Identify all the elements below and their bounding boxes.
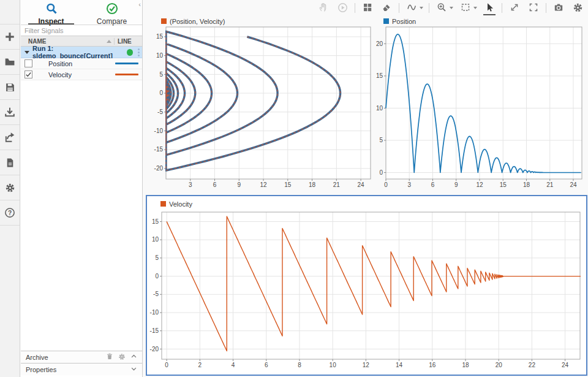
phase-plot-panel[interactable]: (Position, Velocity) 3691215182124-20-15… [148, 17, 378, 193]
sort-ascending-icon [107, 40, 111, 43]
gear-icon [573, 2, 583, 14]
signal-line-swatch [115, 74, 138, 75]
velocity-plot-legend: Velocity [147, 196, 586, 208]
svg-text:10: 10 [376, 105, 383, 112]
archive-label: Archive [26, 354, 48, 361]
toolbar-separator [429, 3, 429, 13]
grid-icon [363, 2, 372, 13]
svg-text:18: 18 [523, 181, 530, 188]
svg-text:15: 15 [500, 181, 507, 188]
signal-options-button[interactable] [405, 2, 418, 14]
zoom-icon [437, 2, 447, 13]
velocity-plot-canvas[interactable]: 024681012141618202224-20-15-10-5051015 [147, 208, 585, 373]
legend-label: (Position, Velocity) [170, 18, 225, 25]
subplot-layout-button[interactable] [361, 2, 374, 14]
chevron-down-icon[interactable] [130, 365, 137, 373]
svg-text:15: 15 [284, 181, 292, 188]
folder-icon [4, 56, 15, 67]
create-report-button[interactable] [0, 150, 20, 175]
svg-text:3: 3 [407, 181, 411, 188]
tab-inspect[interactable]: Inspect [21, 0, 81, 25]
plot-settings-button[interactable] [571, 2, 584, 14]
tab-compare[interactable]: Compare [81, 0, 142, 25]
select-cursor-button[interactable] [483, 2, 496, 14]
archive-bar[interactable]: Archive [21, 351, 142, 363]
fit-to-view-group [459, 2, 477, 14]
svg-text:10: 10 [330, 362, 337, 368]
signal-row-velocity[interactable]: Velocity [21, 69, 142, 80]
legend-label: Position [392, 18, 416, 25]
fit-to-view-caret-down-icon[interactable] [473, 7, 477, 9]
velocity-plot-panel-selected[interactable]: Velocity 024681012141618202224-20-15-10-… [146, 195, 587, 376]
svg-text:10: 10 [156, 52, 164, 59]
preferences-button[interactable] [0, 175, 20, 200]
svg-text:21: 21 [333, 181, 341, 188]
app-toolstrip: ? [0, 0, 20, 377]
floppy-icon [5, 82, 15, 93]
hand-icon [318, 2, 328, 13]
fullscreen-button[interactable] [527, 2, 540, 14]
snapshot-group [552, 2, 565, 14]
properties-bar[interactable]: Properties [21, 363, 142, 375]
signal-list: PositionVelocity [21, 58, 142, 80]
svg-text:21: 21 [546, 181, 554, 188]
run-row[interactable]: Run 1: sldemo_bounce[Current] [21, 47, 142, 58]
search-icon [45, 2, 58, 16]
export-icon [4, 132, 15, 143]
position-plot-panel[interactable]: Position 0369121518212405101520 [376, 17, 588, 193]
signal-checkbox[interactable] [24, 70, 32, 78]
zoom-in-group [435, 2, 453, 14]
svg-text:2: 2 [198, 362, 202, 368]
kebab-menu-icon[interactable] [138, 48, 140, 56]
svg-text:15: 15 [156, 33, 164, 40]
position-plot-canvas[interactable]: 0369121518212405101520 [376, 26, 588, 191]
open-button[interactable] [0, 50, 20, 75]
svg-text:9: 9 [238, 181, 241, 188]
svg-text:-5: -5 [153, 291, 159, 297]
trash-icon[interactable] [106, 352, 113, 362]
signal-row-position[interactable]: Position [21, 58, 142, 69]
snapshot-button[interactable] [552, 2, 565, 14]
signal-options-caret-down-icon[interactable] [420, 7, 423, 9]
pan-button [317, 2, 330, 14]
svg-text:10: 10 [152, 236, 159, 243]
chevron-up-icon[interactable] [130, 353, 137, 361]
svg-text:?: ? [8, 210, 12, 216]
help-button[interactable]: ? [0, 200, 20, 226]
signal-options-group [405, 2, 423, 14]
svg-text:9: 9 [454, 181, 458, 188]
collapse-sidebar-icon[interactable]: ‹ [138, 1, 141, 8]
fit-to-view-button[interactable] [459, 2, 472, 14]
toolstrip-spacer [0, 0, 20, 25]
add-button[interactable] [0, 25, 20, 50]
export-button[interactable] [0, 125, 20, 150]
svg-text:0: 0 [165, 362, 168, 368]
svg-text:8: 8 [298, 362, 301, 368]
phase-plot-legend: (Position, Velocity) [148, 17, 378, 26]
save-button[interactable] [0, 75, 20, 100]
signal-name: Position [48, 60, 115, 67]
gear-icon [5, 183, 15, 193]
toolbar-separator [546, 3, 546, 13]
legend-swatch [383, 18, 389, 24]
zoom-in-button[interactable] [435, 2, 448, 14]
clear-subplots-button[interactable] [380, 2, 393, 14]
fullscreen-icon [529, 2, 538, 13]
import-button[interactable] [0, 100, 20, 125]
column-header-line[interactable]: LINE [114, 38, 142, 45]
zoom-in-caret-down-icon[interactable] [450, 7, 453, 9]
expand-button[interactable] [508, 2, 521, 14]
toolbar-separator [399, 3, 399, 13]
report-icon [5, 158, 15, 168]
svg-text:24: 24 [562, 362, 569, 368]
archive-settings-gear-icon[interactable] [118, 353, 126, 362]
replay-group [336, 2, 349, 14]
chevron-down-icon[interactable] [24, 51, 29, 54]
phase-plot-canvas[interactable]: 3691215182124-20-15-10-5051015 [148, 26, 378, 191]
signal-checkbox[interactable] [24, 59, 32, 67]
column-header-name[interactable]: NAME [21, 38, 114, 45]
import-icon [4, 107, 15, 118]
svg-text:-10: -10 [154, 128, 164, 134]
clear-subplots-group [380, 2, 393, 14]
filter-signals-input[interactable] [21, 25, 142, 36]
